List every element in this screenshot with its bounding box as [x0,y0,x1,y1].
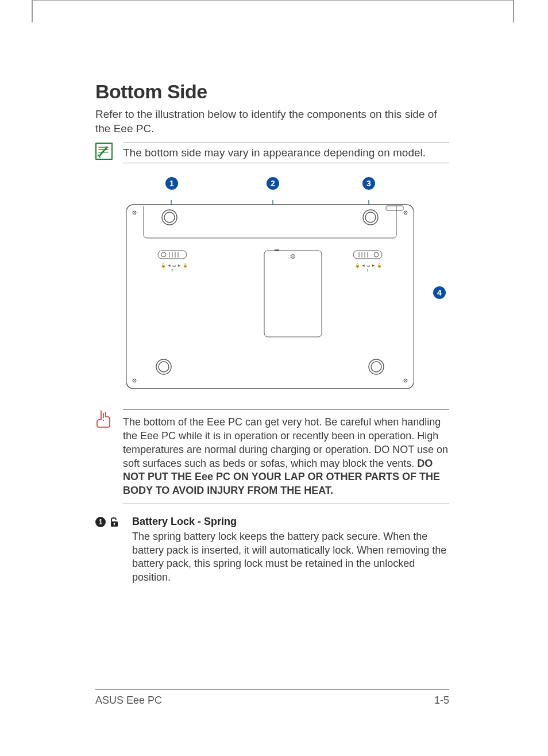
svg-text:🔓 ◄ ▭ ► 🔒: 🔓 ◄ ▭ ► 🔒 [161,263,188,268]
svg-rect-11 [126,205,414,389]
callout-3: 3 [362,177,375,190]
item-text: The spring battery lock keeps the batter… [132,530,449,585]
bottom-side-diagram: 1 2 3 4 [95,177,449,396]
intro-text: Refer to the illustration below to ident… [95,108,449,136]
warning-block: The bottom of the Eee PC can get very ho… [95,409,449,504]
callout-4: 4 [433,286,446,299]
warning-icon [95,409,113,504]
item-title: Battery Lock - Spring [132,516,449,528]
footer-page-number: 1-5 [434,694,449,707]
callout-2: 2 [267,177,279,190]
svg-text:🔒 ◄ ▭ ► 🔓: 🔒 ◄ ▭ ► 🔓 [355,263,382,268]
note-text: The bottom side may vary in appearance d… [123,147,449,163]
footer-doc-name: ASUS Eee PC [95,694,162,707]
warning-text: The bottom of the Eee PC can get very ho… [123,416,449,504]
svg-rect-48 [114,524,114,525]
page-title: Bottom Side [95,80,449,103]
note-block: The bottom side may vary in appearance d… [95,143,449,163]
note-icon [95,143,113,160]
callout-1: 1 [165,177,178,190]
svg-rect-39 [275,250,279,251]
component-item-1: 1 Battery Lock - Spring The spring batte… [95,516,449,585]
callout-badge-1: 1 [95,517,106,527]
page-footer: ASUS Eee PC 1-5 [95,689,449,707]
lock-open-icon [109,517,119,527]
